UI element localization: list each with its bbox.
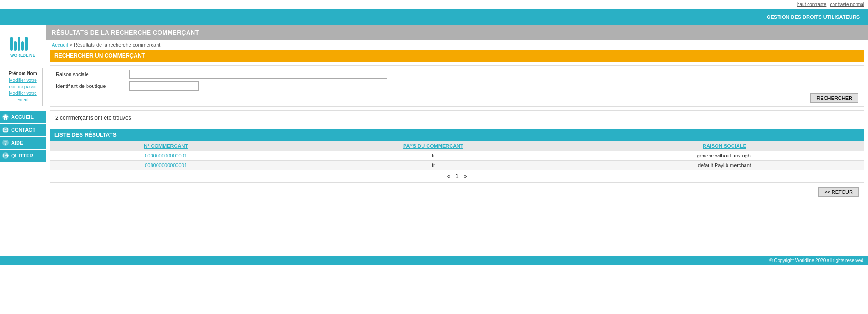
sidebar-item-aide[interactable]: ? AIDE [0, 137, 46, 149]
results-count-text: 2 commerçants ont été trouvés [55, 115, 131, 121]
svg-rect-2 [18, 37, 20, 51]
col-num-commercant-sort[interactable]: N° COMMERCANT [144, 143, 188, 149]
raison-sociale-input[interactable] [129, 70, 387, 79]
pagination-current: 1 [456, 173, 459, 180]
sidebar-item-contact[interactable]: CONTACT [0, 124, 46, 136]
modifier-mdp-link[interactable]: Modifier votre mot de passe [6, 77, 40, 90]
table-header-row: N° COMMERCANT PAYS DU COMMERCANT RAISON … [50, 141, 864, 151]
results-table: N° COMMERCANT PAYS DU COMMERCANT RAISON … [50, 141, 864, 170]
num-link[interactable]: 000000000000001 [145, 153, 187, 158]
table-row: 008000000000001 fr default Paylib mercha… [50, 161, 864, 170]
accueil-label: ACCUEIL [11, 114, 34, 120]
worldline-logo-icon: WORLDLINE [9, 35, 37, 58]
contraste-normal-link[interactable]: contraste normal [830, 2, 864, 7]
sidebar-item-accueil[interactable]: ACCUEIL [0, 111, 46, 123]
identifiant-boutique-input[interactable] [129, 81, 199, 91]
svg-rect-4 [25, 37, 28, 51]
gestion-label: GESTION DES DROITS UTILISATEURS [763, 12, 863, 22]
identifiant-boutique-label: Identifiant de boutique [56, 83, 129, 89]
num-link[interactable]: 008000000000001 [145, 163, 187, 168]
search-form: Raison sociale Identifiant de boutique R… [50, 65, 864, 107]
quitter-icon [2, 152, 9, 159]
footer: © Copyright Worldline 2020 all rights re… [0, 256, 868, 265]
haut-contraste-link[interactable]: haut contraste [797, 2, 826, 7]
svg-rect-1 [14, 41, 17, 51]
svg-rect-0 [10, 37, 13, 51]
quitter-label: QUITTER [11, 153, 33, 158]
col-pays: PAYS DU COMMERCANT [282, 141, 585, 151]
cell-pays: fr [282, 151, 585, 161]
breadcrumb-current: Résultats de la recherche commerçant [74, 42, 160, 47]
col-pays-sort[interactable]: PAYS DU COMMERCANT [403, 143, 463, 149]
copyright: © Copyright Worldline 2020 all rights re… [769, 258, 863, 263]
top-bar: haut contraste | contraste normal [0, 0, 868, 9]
sidebar-item-quitter[interactable]: QUITTER [0, 150, 46, 162]
sidebar-user: Prénom Nom Modifier votre mot de passe M… [3, 68, 43, 106]
raison-sociale-label: Raison sociale [56, 71, 129, 77]
cell-pays: fr [282, 161, 585, 170]
header-band: GESTION DES DROITS UTILISATEURS [0, 9, 868, 25]
table-row: 000000000000001 fr generic without any r… [50, 151, 864, 161]
raison-sociale-row: Raison sociale [56, 70, 858, 79]
modifier-email-link[interactable]: Modifier votre email [6, 90, 40, 103]
results-count: 2 commerçants ont été trouvés [50, 110, 864, 125]
aide-icon: ? [2, 139, 9, 146]
cell-num: 008000000000001 [50, 161, 282, 170]
pagination-next[interactable]: » [464, 173, 467, 180]
search-section-header: RECHERCHER UN COMMERÇANT [50, 50, 864, 62]
sidebar: WORLDLINE Prénom Nom Modifier votre mot … [0, 25, 46, 256]
breadcrumb: Accueil > Résultats de la recherche comm… [46, 40, 868, 50]
content: RÉSULTATS DE LA RECHERCHE COMMERÇANT Acc… [46, 25, 868, 256]
breadcrumb-separator: > [70, 42, 74, 47]
cell-num: 000000000000001 [50, 151, 282, 161]
back-btn-row: << RETOUR [50, 183, 864, 201]
identifiant-boutique-row: Identifiant de boutique [56, 81, 858, 91]
contact-label: CONTACT [11, 127, 35, 133]
search-section: RECHERCHER UN COMMERÇANT Raison sociale … [50, 50, 864, 107]
sidebar-nav: ACCUEIL CONTACT ? AIDE [0, 111, 46, 162]
aide-label: AIDE [11, 140, 23, 145]
home-icon [2, 113, 9, 121]
svg-text:?: ? [4, 140, 7, 145]
list-section: LISTE DES RÉSULTATS N° COMMERCANT PAYS D… [50, 129, 864, 183]
list-section-header: LISTE DES RÉSULTATS [50, 129, 864, 141]
retour-button[interactable]: << RETOUR [818, 187, 859, 197]
pagination-prev[interactable]: « [447, 173, 451, 180]
cell-raison: generic without any right [585, 151, 864, 161]
col-raison-sort[interactable]: RAISON SOCIALE [703, 143, 746, 149]
content-wrapper: RECHERCHER UN COMMERÇANT Raison sociale … [46, 50, 868, 201]
main-layout: WORLDLINE Prénom Nom Modifier votre mot … [0, 25, 868, 256]
col-raison-sociale: RAISON SOCIALE [585, 141, 864, 151]
pagination: « 1 » [50, 170, 864, 183]
col-num-commercant: N° COMMERCANT [50, 141, 282, 151]
user-name: Prénom Nom [6, 71, 40, 76]
page-title-bar: RÉSULTATS DE LA RECHERCHE COMMERÇANT [46, 25, 868, 40]
svg-rect-3 [21, 41, 24, 51]
logo: WORLDLINE [0, 30, 46, 63]
contact-icon [2, 126, 9, 134]
breadcrumb-home-link[interactable]: Accueil [52, 42, 68, 47]
search-btn-row: RECHERCHER [56, 93, 858, 103]
svg-text:WORLDLINE: WORLDLINE [10, 53, 35, 58]
page-title: RÉSULTATS DE LA RECHERCHE COMMERÇANT [52, 29, 199, 36]
cell-raison: default Paylib merchant [585, 161, 864, 170]
rechercher-button[interactable]: RECHERCHER [810, 93, 858, 103]
